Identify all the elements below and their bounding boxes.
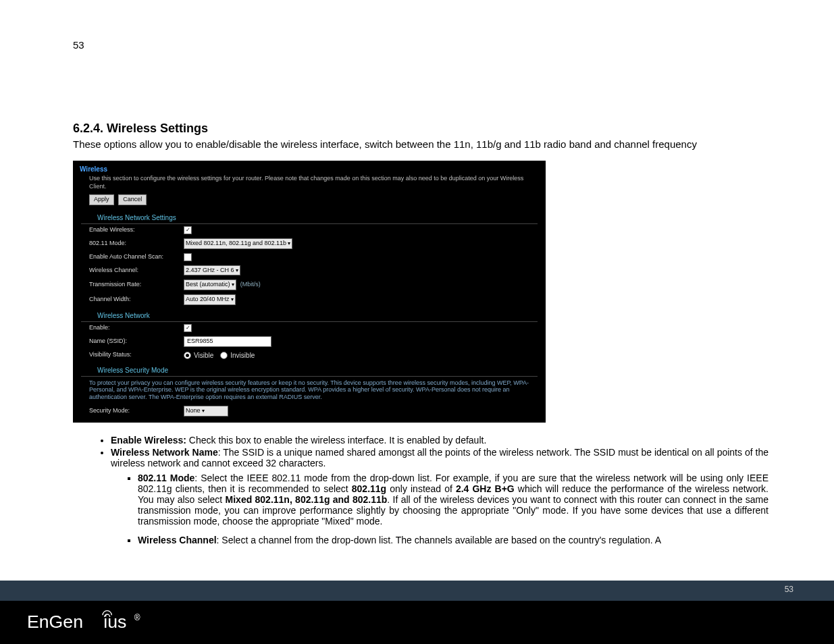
select-wireless-channel[interactable]: 2.437 GHz - CH 6: [184, 265, 240, 276]
text: Check this box to enable the wireless in…: [186, 435, 486, 446]
brand-logo: EnGen ius ®: [0, 601, 834, 644]
section-wireless-security-mode: Wireless Security Mode: [81, 362, 538, 377]
page-number-footer: 53: [785, 585, 793, 594]
bold-inline: Mixed 802.11n, 802.11g and 802.11b: [226, 494, 388, 505]
svg-text:®: ®: [134, 613, 140, 622]
text: only instead of: [386, 483, 456, 494]
bold-inline: 2.4 GHz B+G: [456, 483, 515, 494]
panel-title: Wireless: [73, 161, 546, 175]
bullet-list: Enable Wireless: Check this box to enabl…: [73, 435, 768, 545]
label-ssid: Name (SSID):: [89, 338, 184, 346]
bold-label: Wireless Network Name: [111, 447, 218, 458]
cancel-button[interactable]: Cancel: [118, 194, 147, 205]
bold-inline: 802.11g: [352, 483, 386, 494]
router-screenshot: Wireless Use this section to configure t…: [73, 161, 546, 423]
label-wireless-channel: Wireless Channel:: [89, 267, 184, 275]
text: : Select a channel from the drop-down li…: [217, 535, 661, 545]
document-body: 6.2.4. Wireless Settings These options a…: [73, 122, 768, 554]
list-item: Wireless Channel: Select a channel from …: [138, 535, 768, 545]
label-transmission-rate: Transmission Rate:: [89, 281, 184, 289]
bold-label: Enable Wireless:: [111, 435, 186, 446]
label-enable: Enable:: [89, 324, 184, 332]
label-security-mode: Security Mode:: [89, 407, 184, 415]
label-channel-width: Channel Width:: [89, 296, 184, 304]
list-item: Wireless Network Name: The SSID is a uni…: [111, 447, 768, 545]
svg-text:ius: ius: [103, 612, 126, 632]
sub-bullet-list: 802.11 Mode: Select the IEEE 802.11 mode…: [111, 473, 768, 545]
checkbox-enable-ssid[interactable]: ✓: [184, 324, 192, 332]
bold-label: Wireless Channel: [138, 535, 217, 545]
radio-visible[interactable]: [184, 352, 191, 359]
label-enable-wireless: Enable Wireless:: [89, 226, 184, 234]
page-number-top: 53: [73, 39, 84, 51]
radio-invisible-label: Invisible: [230, 351, 255, 360]
select-transmission-rate[interactable]: Best (automatic): [184, 279, 236, 290]
footer-bar: 53: [0, 581, 834, 601]
radio-visible-label: Visible: [194, 351, 213, 360]
input-ssid[interactable]: ESR9855: [184, 336, 271, 347]
label-visibility-status: Visibility Status:: [89, 351, 184, 359]
select-channel-width[interactable]: Auto 20/40 MHz: [184, 294, 236, 305]
apply-button[interactable]: Apply: [89, 194, 114, 205]
unit-mbits: (Mbit/s): [240, 281, 261, 289]
page-footer: 53 EnGen ius ®: [0, 581, 834, 644]
section-heading: 6.2.4. Wireless Settings: [73, 122, 768, 136]
section-wireless-network-settings: Wireless Network Settings: [81, 209, 538, 224]
list-item: Enable Wireless: Check this box to enabl…: [111, 435, 768, 446]
radio-invisible[interactable]: [220, 352, 228, 359]
section-intro: These options allow you to enable/disabl…: [73, 138, 768, 150]
security-note: To protect your privacy you can configur…: [73, 377, 546, 404]
engenius-logo-icon: EnGen ius ®: [27, 609, 162, 636]
panel-note: Use this section to configure the wirele…: [73, 175, 546, 194]
bold-label: 802.11 Mode: [138, 473, 194, 483]
checkbox-enable-wireless[interactable]: ✓: [184, 226, 192, 234]
section-wireless-network: Wireless Network: [81, 307, 538, 322]
select-security-mode[interactable]: None: [184, 406, 228, 417]
label-80211-mode: 802.11 Mode:: [89, 240, 184, 248]
svg-text:EnGen: EnGen: [27, 612, 83, 632]
label-auto-channel-scan: Enable Auto Channel Scan:: [89, 253, 184, 261]
select-80211-mode[interactable]: Mixed 802.11n, 802.11g and 802.11b: [184, 238, 292, 249]
checkbox-auto-channel-scan[interactable]: [184, 253, 192, 261]
list-item: 802.11 Mode: Select the IEEE 802.11 mode…: [138, 473, 768, 527]
